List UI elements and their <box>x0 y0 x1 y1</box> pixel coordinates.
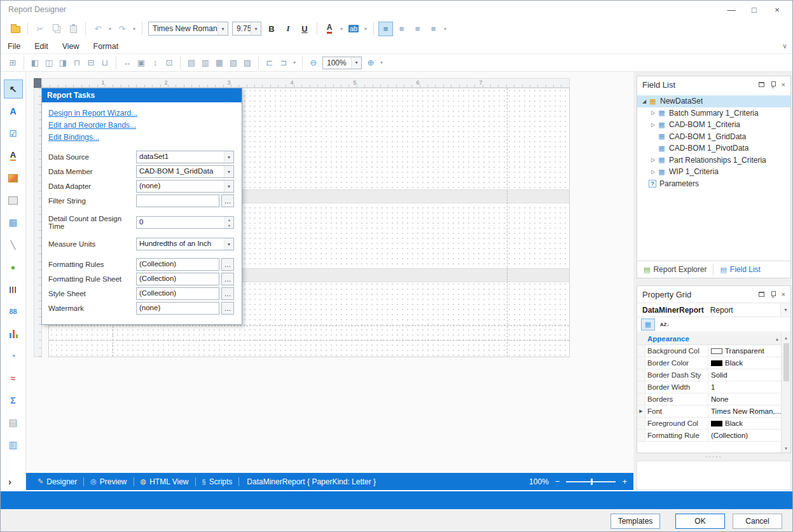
expand-node-icon[interactable]: ▷ <box>649 169 658 175</box>
checkbox-tool[interactable]: ☑ <box>4 124 23 143</box>
pointer-tool[interactable]: ↖ <box>4 79 23 99</box>
menu-file[interactable]: File <box>1 39 27 53</box>
zoom-select[interactable]: 100% ▾ <box>322 57 362 69</box>
panel-splitter[interactable]: ····· <box>637 453 791 460</box>
align-right-icon[interactable]: ≡ <box>410 22 425 36</box>
align-justify-icon[interactable]: ≡ <box>426 22 441 36</box>
zoom-out-button[interactable]: − <box>555 477 560 486</box>
menu-view[interactable]: View <box>55 39 86 53</box>
close-panel-icon[interactable]: × <box>782 290 785 298</box>
close-button[interactable]: × <box>766 1 789 18</box>
tab-designer[interactable]: ✎ Designer <box>32 473 82 490</box>
gauge-tool[interactable]: ◔ <box>4 346 23 365</box>
object-selector[interactable]: DataMinerReport Report ▾ <box>637 303 790 317</box>
style-sheet-input[interactable]: (Collection) <box>136 287 219 300</box>
zoom-dropdown-icon[interactable]: ▾ <box>378 55 385 71</box>
scroll-down-icon[interactable]: ▼ <box>782 444 790 453</box>
expand-node-icon[interactable]: ▷ <box>649 157 658 163</box>
design-in-report-wizard-link[interactable]: Design in Report Wizard... <box>48 109 234 118</box>
data-adapter-select[interactable]: (none) ▾ <box>136 180 234 193</box>
make-same-size-icon[interactable]: ⊡ <box>162 56 176 70</box>
shape-tool[interactable]: ● <box>4 257 23 276</box>
increase-horizontal-spacing-icon[interactable]: ▥ <box>198 56 212 70</box>
tree-node-parameters[interactable]: ? Parameters <box>637 178 790 190</box>
richtext-tool[interactable]: A <box>4 146 23 165</box>
float-window-icon[interactable] <box>759 292 764 297</box>
align-left-icon[interactable]: ≡ <box>378 22 393 36</box>
tab-preview[interactable]: ◎ Preview <box>85 473 132 490</box>
equal-vertical-spacing-icon[interactable]: ▧ <box>226 56 240 70</box>
zoom-slider-thumb[interactable] <box>591 479 593 485</box>
property-value[interactable]: 1 <box>708 381 781 393</box>
spin-down-icon[interactable]: ▾ <box>225 222 233 228</box>
chevron-down-icon[interactable]: ▾ <box>224 238 233 250</box>
property-row-borders[interactable]: Borders None <box>637 393 781 406</box>
zipcode-tool[interactable]: 88 <box>4 302 23 321</box>
highlight-dropdown-icon[interactable]: ▾ <box>362 21 369 36</box>
subreport-tool[interactable]: ▤ <box>4 413 23 432</box>
data-source-select[interactable]: dataSet1 ▾ <box>136 151 234 163</box>
make-same-height-icon[interactable]: ↕ <box>148 56 162 70</box>
open-button[interactable] <box>8 21 23 36</box>
barcode-tool[interactable]: ||| <box>4 280 23 299</box>
font-size-select[interactable]: 9.75 ▾ <box>232 22 261 36</box>
property-value[interactable]: None <box>708 393 781 405</box>
chart-tool[interactable] <box>4 324 23 343</box>
expand-property-icon[interactable]: ▶ <box>637 406 645 417</box>
edit-and-reorder-bands-link[interactable]: Edit and Reorder Bands... <box>48 121 234 130</box>
undo-dropdown-icon[interactable]: ▾ <box>106 21 114 36</box>
minimize-button[interactable]: — <box>720 1 743 18</box>
collapse-node-icon[interactable]: ◢ <box>640 99 649 104</box>
data-member-select[interactable]: CAD-BOM 1_GridData ▾ <box>136 165 234 178</box>
property-value[interactable]: Solid <box>708 369 781 381</box>
paste-button[interactable] <box>66 21 81 36</box>
align-dropdown-icon[interactable]: ▾ <box>441 21 449 36</box>
tab-html-view[interactable]: ◍ HTML View <box>135 473 194 490</box>
formatting-rule-sheet-input[interactable]: (Collection) <box>136 273 219 285</box>
chevron-down-icon[interactable]: ▾ <box>351 57 361 69</box>
property-row-formatting-rules[interactable]: Formatting Rule (Collection) <box>637 430 781 442</box>
pin-icon[interactable] <box>770 81 776 88</box>
chevron-down-icon[interactable]: ▾ <box>217 22 228 35</box>
property-value[interactable]: Black <box>708 357 781 369</box>
bring-to-front-icon[interactable]: ⊏ <box>263 56 277 70</box>
italic-button[interactable]: I <box>280 21 296 36</box>
underline-button[interactable]: U <box>297 21 312 36</box>
property-row-border-dash-style[interactable]: Border Dash Sty Solid <box>637 369 781 381</box>
chevron-down-icon[interactable]: ▾ <box>224 166 233 177</box>
formatting-rules-input[interactable]: (Collection) <box>136 258 219 271</box>
close-panel-icon[interactable]: × <box>782 81 785 88</box>
zoom-in-button[interactable]: + <box>622 477 627 486</box>
measure-units-select[interactable]: Hundredths of an Inch ▾ <box>136 238 234 250</box>
tree-node-field[interactable]: ▷ ▦ WIP 1_Criteria <box>637 166 790 178</box>
align-left-edges-icon[interactable]: ◧ <box>28 56 42 70</box>
toc-tool[interactable]: ▥ <box>4 435 23 454</box>
ellipsis-button[interactable]: … <box>221 194 234 207</box>
spin-up-icon[interactable]: ▴ <box>225 217 233 222</box>
label-tool[interactable]: A <box>4 102 23 121</box>
categorized-view-icon[interactable]: ▦ <box>641 318 655 331</box>
make-same-width-icon[interactable]: ↔ <box>120 56 134 70</box>
menu-edit[interactable]: Edit <box>27 39 55 53</box>
cut-icon[interactable]: ✂ <box>32 21 48 36</box>
filter-string-input[interactable] <box>136 194 219 207</box>
bold-button[interactable]: B <box>264 21 279 36</box>
ellipsis-button[interactable]: … <box>221 258 234 271</box>
font-name-select[interactable]: Times New Roman ▾ <box>148 22 228 36</box>
copy-button[interactable] <box>49 21 64 36</box>
templates-button[interactable]: Templates <box>610 514 660 529</box>
panel-tool[interactable] <box>4 191 23 210</box>
table-tool[interactable]: ▦ <box>4 213 23 232</box>
align-to-grid-icon[interactable]: ⊞ <box>6 56 20 70</box>
category-appearance[interactable]: Appearance ▴ <box>637 333 781 345</box>
watermark-input[interactable]: (none) <box>136 302 219 315</box>
zoom-in-icon[interactable]: ⊕ <box>364 56 378 70</box>
align-centers-icon[interactable]: ◫ <box>42 56 56 70</box>
tree-node-newdataset[interactable]: ◢ ▦ NewDataSet <box>637 95 790 107</box>
tree-node-field[interactable]: ▦ CAD-BOM 1_PivotData <box>637 142 790 154</box>
tree-node-field[interactable]: ▷ ▦ Part Relationships 1_Criteria <box>637 154 790 167</box>
edit-bindings-link[interactable]: Edit Bindings... <box>48 133 234 142</box>
sparkline-tool[interactable]: ≈ <box>4 369 23 388</box>
zoom-slider[interactable] <box>566 481 616 482</box>
property-value[interactable]: Times New Roman,... <box>708 406 781 417</box>
